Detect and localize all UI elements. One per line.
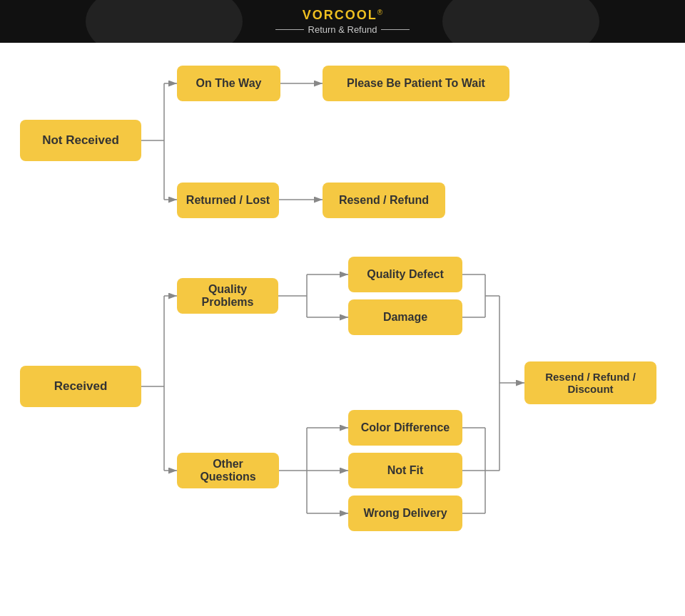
node-quality-problems: Quality Problems xyxy=(177,278,278,314)
node-received: Received xyxy=(20,366,141,407)
header-center: VORCOOL® Return & Refund xyxy=(275,8,410,35)
brand-name: VORCOOL® xyxy=(303,8,382,23)
node-quality-defect: Quality Defect xyxy=(348,257,462,292)
node-not-fit: Not Fit xyxy=(348,453,462,488)
node-please-wait: Please Be Patient To Wait xyxy=(323,66,509,101)
node-on-the-way: On The Way xyxy=(177,66,280,101)
node-wrong-delivery: Wrong Delivery xyxy=(348,496,462,531)
node-resend-refund-discount: Resend / Refund / Discount xyxy=(524,361,656,404)
node-color-difference: Color Difference xyxy=(348,410,462,446)
node-resend-refund: Resend / Refund xyxy=(323,183,445,218)
node-not-received: Not Received xyxy=(20,120,141,161)
node-other-questions: Other Questions xyxy=(177,453,279,488)
header: VORCOOL® Return & Refund xyxy=(0,0,685,43)
main-content: Not Received On The Way Please Be Patien… xyxy=(0,43,685,616)
node-returned-lost: Returned / Lost xyxy=(177,183,279,218)
node-damage: Damage xyxy=(348,299,462,335)
header-deco-right xyxy=(442,0,599,43)
header-subtitle: Return & Refund xyxy=(275,24,410,35)
header-deco-left xyxy=(86,0,243,43)
